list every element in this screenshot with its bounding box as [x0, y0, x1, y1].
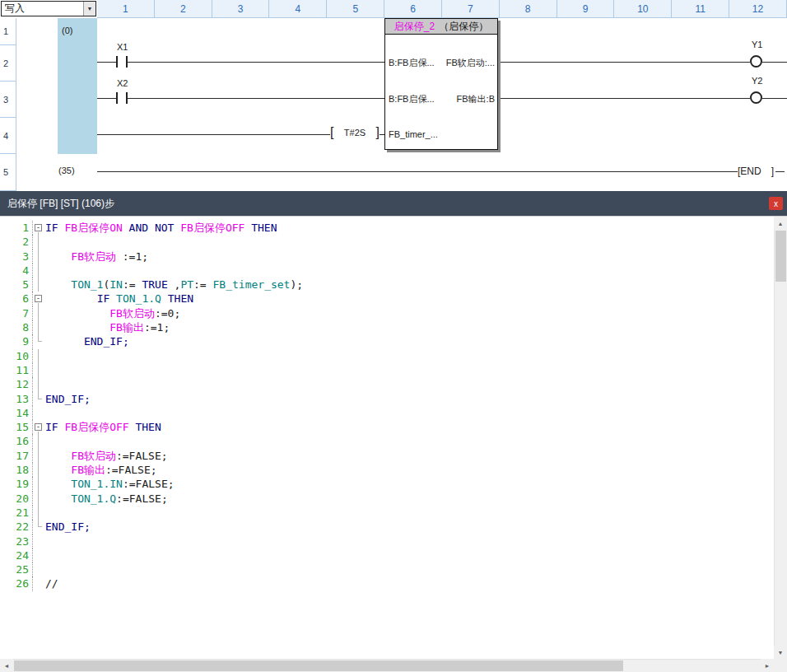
coil-label-y1: Y1 [752, 40, 762, 49]
wire [97, 171, 738, 172]
timer-constant[interactable]: [ T#2S ] [330, 126, 380, 139]
fb-output-1[interactable]: FB软启动:... [446, 57, 495, 69]
code-line[interactable]: 24 [0, 548, 774, 562]
code-text: TON_1.IN:=FALSE; [45, 477, 175, 491]
fold-marker [33, 463, 45, 477]
wire [762, 98, 787, 99]
code-line[interactable]: 7 FB软启动:=0; [0, 306, 774, 320]
fold-toggle-icon[interactable]: - [33, 420, 45, 434]
contact-x2[interactable] [116, 92, 128, 104]
code-line[interactable]: 18 FB输出:=FALSE; [0, 463, 774, 477]
fold-toggle-icon[interactable]: - [33, 292, 45, 306]
code-text: FB输出:=1; [45, 320, 170, 334]
column-headers: 123456789101112 [97, 0, 787, 18]
column-header: 11 [672, 0, 729, 17]
code-line[interactable]: 14 [0, 406, 774, 420]
wire [498, 98, 750, 99]
fb-input-2[interactable]: B:FB启保... [389, 93, 435, 105]
fb-input-3[interactable]: FB_timer_... [389, 129, 438, 139]
line-number: 1 [0, 221, 33, 235]
vertical-scroll-thumb[interactable] [775, 231, 786, 282]
line-number: 8 [0, 320, 33, 334]
column-header: 10 [614, 0, 672, 17]
fold-marker [33, 449, 45, 463]
line-number: 4 [0, 264, 33, 278]
fold-marker [33, 434, 45, 448]
code-line[interactable]: 25 [0, 562, 774, 576]
code-text: // [45, 576, 64, 590]
line-number: 19 [0, 477, 33, 491]
left-bracket: [ [330, 126, 333, 139]
code-line[interactable]: 6- IF TON_1.Q THEN [0, 292, 774, 306]
line-number: 17 [0, 449, 33, 463]
code-line[interactable]: 13END_IF; [0, 392, 774, 406]
fold-marker [33, 235, 45, 249]
fold-marker [33, 534, 45, 548]
fold-marker [33, 306, 45, 320]
code-text: FB软启动:=0; [45, 306, 180, 320]
scroll-right-button[interactable]: ► [761, 659, 774, 672]
step-number-end: (35) [58, 166, 75, 175]
line-number: 18 [0, 463, 33, 477]
column-header: 9 [557, 0, 615, 17]
code-line[interactable]: 26// [0, 576, 774, 590]
code-line[interactable]: 11 [0, 363, 774, 377]
coil-y2[interactable] [750, 91, 762, 104]
line-number: 16 [0, 434, 33, 448]
code-line[interactable]: 1-IF FB启保停ON AND NOT FB启保停OFF THEN [0, 221, 774, 235]
right-bracket: ] [376, 126, 380, 139]
collapse-icon[interactable]: - [35, 224, 42, 231]
code-line[interactable]: 20 TON_1.Q:=FALSE; [0, 492, 774, 506]
scroll-up-button[interactable]: ▲ [774, 217, 787, 230]
close-button[interactable]: x [769, 197, 783, 210]
line-number: 6 [0, 292, 33, 306]
code-text: IF TON_1.Q THEN [45, 292, 193, 306]
row-header: 4 [0, 118, 16, 154]
code-line[interactable]: 19 TON_1.IN:=FALSE; [0, 477, 774, 491]
code-line[interactable]: 10 [0, 349, 774, 363]
code-line[interactable]: 23 [0, 534, 774, 548]
code-line[interactable]: 22END_IF; [0, 520, 774, 534]
horizontal-scroll-thumb[interactable] [14, 660, 623, 671]
function-block[interactable]: 启保停_2 （启保停） B:FB启保... FB软启动:... B:FB启保..… [384, 18, 498, 150]
code-line[interactable]: 5 TON_1(IN:= TRUE ,PT:= FB_timer_set); [0, 278, 774, 292]
scroll-left-button[interactable]: ◄ [0, 659, 13, 672]
line-number: 12 [0, 377, 33, 391]
coil-y1[interactable] [750, 55, 762, 68]
row-header: 5 [0, 154, 16, 191]
code-line[interactable]: 15-IF FB启保停OFF THEN [0, 420, 774, 434]
code-area[interactable]: 1-IF FB启保停ON AND NOT FB启保停OFF THEN23 FB软… [0, 217, 774, 659]
scroll-down-button[interactable]: ▼ [774, 646, 787, 659]
contact-x1[interactable] [116, 56, 128, 68]
collapse-icon[interactable]: - [35, 295, 42, 302]
code-line[interactable]: 2 [0, 235, 774, 249]
scrollbar-corner [774, 659, 787, 672]
collapse-icon[interactable]: - [35, 423, 42, 431]
code-line[interactable]: 3 FB软启动 :=1; [0, 250, 774, 264]
mode-dropdown[interactable]: 写入 ▼ [1, 1, 96, 16]
code-line[interactable]: 8 FB输出:=1; [0, 320, 774, 334]
code-line[interactable]: 17 FB软启动:=FALSE; [0, 449, 774, 463]
code-line[interactable]: 12 [0, 377, 774, 391]
fb-input-1[interactable]: B:FB启保... [389, 57, 435, 69]
selection-column[interactable] [58, 18, 97, 154]
fold-toggle-icon[interactable]: - [33, 221, 45, 235]
code-line[interactable]: 16 [0, 434, 774, 448]
line-number: 15 [0, 420, 33, 434]
mode-dropdown-value: 写入 [2, 2, 83, 16]
code-text: IF FB启保停OFF THEN [45, 420, 161, 434]
dropdown-arrow-icon[interactable]: ▼ [83, 2, 95, 16]
vertical-scrollbar[interactable]: ▲ ▼ [774, 217, 787, 659]
code-line[interactable]: 21 [0, 506, 774, 520]
code-line[interactable]: 4 [0, 264, 774, 278]
row-header: 1 [0, 18, 16, 45]
code-line[interactable]: 9 END_IF; [0, 334, 774, 348]
step-number-start: (0) [62, 26, 72, 35]
end-label: [END [738, 166, 761, 177]
row-header: 3 [0, 82, 16, 118]
fold-marker [33, 392, 45, 406]
fb-output-2[interactable]: FB输出:B [457, 93, 495, 105]
line-number: 20 [0, 492, 33, 506]
end-instruction[interactable]: [END ] [738, 166, 774, 177]
horizontal-scrollbar[interactable]: ◄ ► [0, 659, 774, 672]
